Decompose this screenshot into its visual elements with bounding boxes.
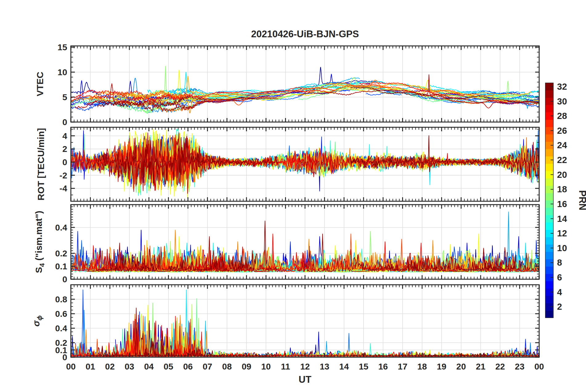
figure-root: 051015VTEC-4-2024ROT [TECU/min]00.10.20.… bbox=[12, 5, 586, 392]
colorbar-band bbox=[545, 266, 553, 274]
colorbar-band bbox=[545, 149, 553, 156]
colorbar-band bbox=[545, 296, 553, 303]
ytick-label-sigma-phi: 0.6 bbox=[55, 309, 67, 319]
colorbar-band bbox=[545, 252, 553, 259]
xtick-label: 12 bbox=[300, 362, 310, 371]
colorbar-tick-label: 18 bbox=[557, 184, 567, 194]
colorbar-band bbox=[545, 193, 553, 200]
xtick-label: 15 bbox=[359, 362, 368, 371]
ytick-label-vtec: 0 bbox=[62, 117, 67, 127]
xtick-label: 07 bbox=[203, 362, 212, 371]
xtick-label: 10 bbox=[261, 362, 271, 371]
ytick-label-rot: 0 bbox=[62, 157, 67, 167]
xtick-label: 23 bbox=[515, 362, 524, 371]
ylabel-vtec: VTEC bbox=[35, 71, 45, 96]
ytick-label-s4: 0.1 bbox=[55, 262, 67, 271]
colorbar-band bbox=[545, 237, 553, 244]
colorbar-band bbox=[545, 310, 553, 318]
xtick-label: 16 bbox=[378, 362, 388, 371]
xtick-label: 05 bbox=[164, 362, 173, 371]
ytick-label-vtec: 10 bbox=[58, 67, 67, 77]
ytick-label-rot: -4 bbox=[59, 184, 67, 193]
colorbar-band bbox=[545, 208, 553, 215]
xtick-label: 18 bbox=[417, 362, 427, 371]
colorbar-band bbox=[545, 164, 553, 171]
colorbar-tick-label: 30 bbox=[557, 96, 567, 106]
ytick-label-vtec: 15 bbox=[58, 43, 67, 52]
xtick-label: 02 bbox=[105, 362, 115, 371]
ytick-label-sigma-phi: 0.4 bbox=[55, 324, 67, 333]
gps-scintillation-chart: 051015VTEC-4-2024ROT [TECU/min]00.10.20.… bbox=[12, 5, 586, 392]
colorbar-tick-label: 22 bbox=[557, 155, 567, 165]
ytick-label-vtec: 5 bbox=[62, 92, 67, 102]
xtick-label: 13 bbox=[320, 362, 329, 371]
xtick-label: 21 bbox=[476, 362, 485, 371]
ytick-label-rot: 2 bbox=[62, 144, 67, 154]
colorbar-band bbox=[545, 90, 553, 98]
xtick-label: 01 bbox=[86, 362, 95, 371]
colorbar-tick-label: 8 bbox=[557, 258, 562, 267]
colorbar-tick-label: 20 bbox=[557, 170, 567, 180]
colorbar-tick-label: 28 bbox=[557, 111, 567, 121]
colorbar-tick-label: 24 bbox=[557, 140, 567, 150]
colorbar-label: PRN bbox=[577, 190, 586, 210]
xtick-label: 00 bbox=[66, 362, 75, 371]
ytick-label-rot: 4 bbox=[62, 131, 67, 141]
colorbar-band bbox=[545, 120, 553, 127]
colorbar-band bbox=[545, 281, 553, 288]
colorbar-tick-label: 32 bbox=[557, 82, 567, 92]
xtick-label: 08 bbox=[222, 362, 232, 371]
xtick-label: 11 bbox=[281, 362, 290, 371]
colorbar-tick-label: 2 bbox=[557, 302, 562, 312]
colorbar-tick-label: 6 bbox=[557, 272, 562, 282]
colorbar-band bbox=[545, 105, 553, 112]
xtick-label: 20 bbox=[456, 362, 466, 371]
colorbar-tick-label: 10 bbox=[557, 243, 567, 253]
xtick-label: 22 bbox=[495, 362, 505, 371]
colorbar-tick-label: 14 bbox=[557, 214, 567, 224]
ytick-label-rot: -2 bbox=[59, 171, 67, 180]
xtick-label: 03 bbox=[124, 362, 134, 371]
chart-title: 20210426-UiB-BJN-GPS bbox=[251, 29, 359, 39]
colorbar-band bbox=[545, 222, 553, 230]
xtick-label: 19 bbox=[437, 362, 446, 371]
xtick-label: 09 bbox=[242, 362, 251, 371]
xtick-label: 04 bbox=[144, 362, 154, 371]
colorbar-band bbox=[545, 178, 553, 186]
xtick-label: 17 bbox=[398, 362, 407, 371]
ylabel-rot: ROT [TECU/min] bbox=[36, 128, 46, 201]
xtick-label: 00 bbox=[534, 362, 544, 371]
xaxis-label: UT bbox=[299, 374, 311, 385]
colorbar-band bbox=[545, 134, 553, 142]
colorbar-tick-label: 16 bbox=[557, 199, 567, 209]
ytick-label-s4: 0.2 bbox=[55, 249, 67, 258]
xtick-label: 14 bbox=[339, 362, 349, 371]
ytick-label-s4: 0.4 bbox=[55, 223, 67, 232]
colorbar-tick-label: 4 bbox=[557, 287, 562, 297]
colorbar-tick-label: 26 bbox=[557, 126, 567, 136]
xtick-label: 06 bbox=[183, 362, 193, 371]
ytick-label-sigma-phi: 0.8 bbox=[55, 295, 67, 304]
ytick-label-s4: 0 bbox=[62, 275, 67, 284]
colorbar-tick-label: 12 bbox=[557, 228, 567, 238]
ytick-label-sigma-phi: 0.2 bbox=[55, 338, 67, 348]
